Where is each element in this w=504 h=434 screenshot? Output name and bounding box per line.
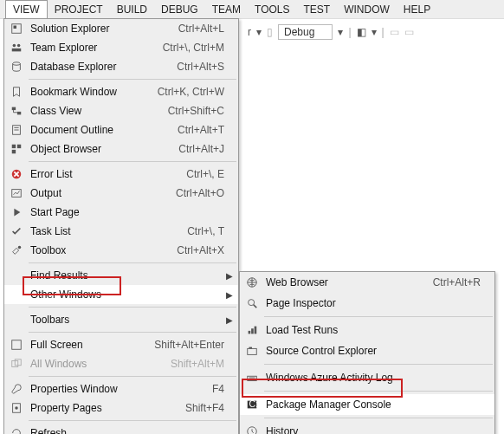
view-item-all-windows[interactable]: All WindowsShift+Alt+M [4,354,238,373]
menu-item-label: Task List [25,225,187,237]
svg-text:C:\: C:\ [249,398,259,409]
view-item-document-outline[interactable]: Document OutlineCtrl+Alt+T [4,120,238,139]
separator [29,376,236,377]
view-item-other-windows[interactable]: Other Windows▶ [4,285,238,304]
separator [29,420,236,421]
svg-rect-11 [12,145,16,148]
toolbar-icon[interactable]: ▭ [404,26,414,38]
menu-item-label: Source Control Explorer [261,345,491,357]
menu-item-label: Bookmark Window [25,86,158,98]
view-item-task-list[interactable]: Task ListCtrl+\, T [4,222,238,241]
menu-tools[interactable]: TOOLS [248,1,296,18]
shortcut-label: Ctrl+Alt+L [178,23,235,35]
view-item-output[interactable]: OutputCtrl+Alt+O [4,184,238,203]
team-icon [8,42,25,54]
view-item-error-list[interactable]: Error ListCtrl+\, E [4,165,238,184]
submenu-arrow-icon: ▶ [226,271,233,281]
start-icon [8,206,25,218]
toolbar-text: r [248,26,251,38]
other-item-windows-azure-activity-log[interactable]: Windows Azure Activity Log [240,367,494,388]
view-item-team-explorer[interactable]: Team ExplorerCtrl+\, Ctrl+M [4,38,238,57]
svg-line-26 [254,305,257,308]
view-item-properties-window[interactable]: Properties WindowF4 [4,379,238,398]
view-item-solution-explorer[interactable]: Solution ExplorerCtrl+Alt+L [4,19,238,38]
other-item-source-control-explorer[interactable]: Source Control Explorer [240,340,494,361]
separator [29,161,236,162]
svg-point-25 [249,300,255,306]
pp-icon [8,402,25,414]
view-item-toolbars[interactable]: Toolbars▶ [4,310,238,329]
separator [29,332,236,333]
shortcut-label: Ctrl+\, E [186,168,235,180]
menu-item-label: Page Inspector [261,297,491,309]
menu-item-label: Error List [25,168,186,180]
view-item-find-results[interactable]: Find Results▶ [4,266,238,285]
separator [29,262,236,263]
svg-rect-19 [12,340,22,350]
menu-view[interactable]: VIEW [5,0,48,18]
menu-debug[interactable]: DEBUG [154,1,205,18]
menu-item-label: Property Pages [25,402,185,414]
menu-item-label: Toolbars [25,314,235,326]
svg-rect-13 [12,150,16,153]
menu-help[interactable]: HELP [397,1,437,18]
menu-project[interactable]: PROJECT [48,1,110,18]
shortcut-label: Shift+Alt+Enter [154,339,235,351]
dropdown-arrow-icon[interactable]: ▾ [372,26,377,38]
obj-icon [8,143,25,155]
menu-item-label: Web Browser [261,276,433,288]
svg-rect-28 [251,328,254,334]
svg-rect-7 [17,112,21,115]
view-item-database-explorer[interactable]: Database ExplorerCtrl+Alt+S [4,57,238,76]
menu-window[interactable]: WINDOW [337,1,397,18]
view-item-class-view[interactable]: Class ViewCtrl+Shift+C [4,101,238,120]
tbx-icon [8,244,25,256]
menu-item-label: Output [25,187,176,199]
menu-item-label: Database Explorer [25,61,177,73]
submenu-arrow-icon: ▶ [226,290,233,300]
separator [264,364,493,365]
menu-test[interactable]: TEST [297,1,338,18]
separator [29,307,236,308]
shortcut-label: Ctrl+Alt+J [178,143,235,155]
separator-icon: | [348,26,351,38]
view-item-full-screen[interactable]: Full ScreenShift+Alt+Enter [4,335,238,354]
task-icon [8,225,25,237]
other-item-history[interactable]: History [240,421,494,434]
separator [264,418,493,418]
other-item-web-browser[interactable]: Web BrowserCtrl+Alt+R [240,272,494,293]
config-dropdown[interactable]: Debug [278,24,333,40]
shortcut-label: Ctrl+K, Ctrl+W [158,86,235,98]
view-item-start-page[interactable]: Start Page [4,203,238,222]
view-item-toolbox[interactable]: ToolboxCtrl+Alt+X [4,241,238,260]
view-item-bookmark-window[interactable]: Bookmark WindowCtrl+K, Ctrl+W [4,82,238,101]
svg-rect-31 [249,347,253,349]
menu-build[interactable]: BUILD [110,1,154,18]
shortcut-label: Ctrl+Shift+C [168,105,235,117]
other-item-load-test-runs[interactable]: Load Test Runs [240,320,494,340]
menu-item-label: Package Manager Console [261,398,491,411]
shortcut-label: Ctrl+\, Ctrl+M [163,42,235,54]
svg-rect-29 [255,327,257,334]
other-item-package-manager-console[interactable]: C:\Package Manager Console [240,394,494,415]
menu-team[interactable]: TEAM [205,1,248,18]
menu-item-label: Solution Explorer [25,23,178,35]
view-item-object-browser[interactable]: Object BrowserCtrl+Alt+J [4,139,238,159]
svg-rect-27 [249,331,251,334]
out-icon [8,187,25,199]
shortcut-label: Shift+F4 [185,402,235,414]
dropdown-arrow-icon[interactable]: ▾ [256,26,262,38]
shortcut-label: Ctrl+Alt+R [433,276,491,288]
toolbar-icon[interactable]: ▭ [390,26,399,38]
shortcut-label: Ctrl+Alt+S [177,61,235,73]
bm-icon [8,86,25,98]
dropdown-arrow-icon[interactable]: ▾ [338,26,343,38]
shortcut-label: Ctrl+Alt+X [177,244,235,256]
menu-item-label: Toolbox [25,244,177,256]
view-item-refresh[interactable]: Refresh [4,424,238,434]
toolbar-icon[interactable]: ◧ [357,26,366,38]
menu-item-label: Windows Azure Activity Log [261,372,491,384]
menu-item-label: Find Results [25,269,235,282]
view-item-property-pages[interactable]: Property PagesShift+F4 [4,398,238,418]
other-item-page-inspector[interactable]: Page Inspector [240,293,494,314]
